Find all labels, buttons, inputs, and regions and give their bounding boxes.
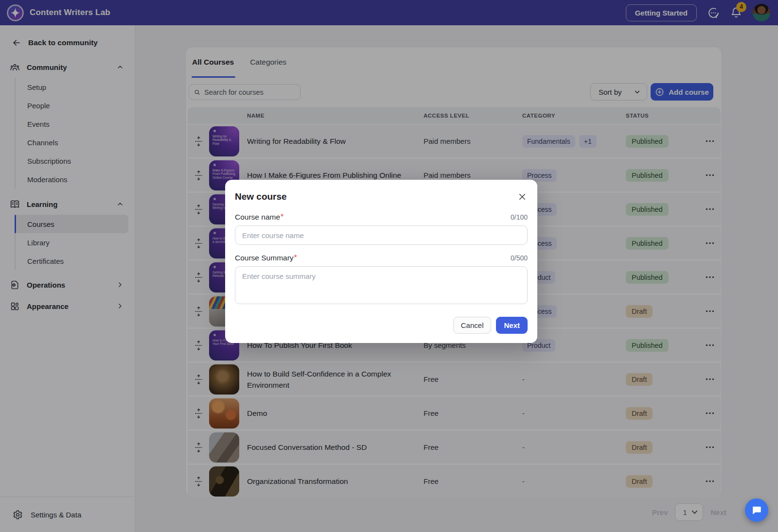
course-name-label: Course name [235, 213, 280, 222]
new-course-modal: New course Course name* 0/100 Course Sum… [225, 180, 537, 343]
course-name-counter: 0/100 [511, 213, 528, 221]
course-name-input[interactable] [235, 225, 528, 245]
required-asterisk: * [294, 254, 297, 262]
course-summary-label: Course Summary [235, 254, 294, 262]
next-button[interactable]: Next [496, 317, 528, 334]
speech-bubble-icon [751, 505, 762, 515]
required-asterisk: * [281, 213, 283, 222]
course-summary-counter: 0/500 [511, 254, 528, 262]
course-summary-input[interactable] [235, 266, 528, 304]
cancel-button[interactable]: Cancel [453, 317, 492, 334]
modal-title: New course [235, 191, 287, 202]
close-icon[interactable] [517, 191, 528, 202]
chat-launcher-button[interactable] [745, 498, 768, 522]
